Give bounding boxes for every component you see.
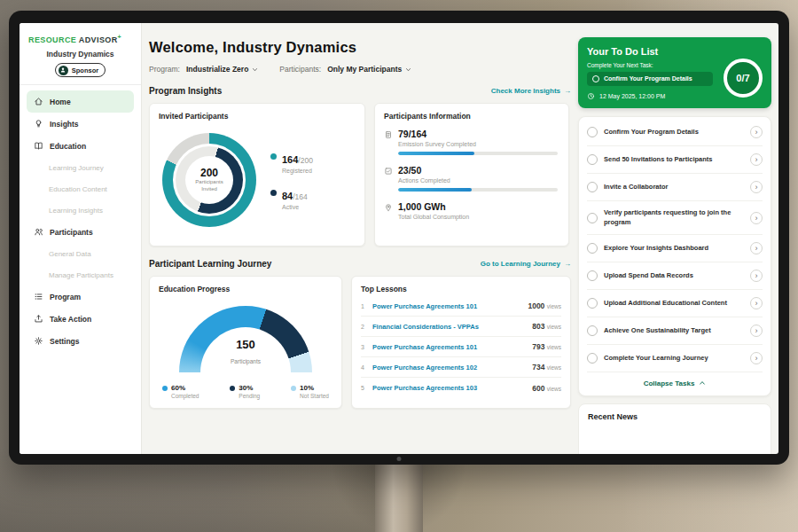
task-checkbox[interactable] xyxy=(587,270,598,281)
task-checkbox[interactable] xyxy=(587,154,598,165)
chevron-right-icon[interactable]: › xyxy=(750,352,763,364)
task-row[interactable]: Upload Additional Educational Content › xyxy=(587,290,763,317)
progress-bar xyxy=(398,188,558,192)
chevron-right-icon[interactable]: › xyxy=(750,242,763,254)
program-dropdown[interactable]: Industrialize Zero xyxy=(186,65,258,74)
recent-news-title: Recent News xyxy=(588,412,762,421)
main-content: Welcome, Industry Dynamics Program: Indu… xyxy=(149,23,571,454)
sidebar-item-learning-journey[interactable]: Learning Journey xyxy=(27,157,134,178)
education-progress-card: Education Progress 150 Participants xyxy=(149,276,342,409)
card-title: Participants Information xyxy=(375,104,568,121)
chevron-right-icon[interactable]: › xyxy=(750,270,763,282)
task-row[interactable]: Upload Spend Data Records › xyxy=(587,262,763,290)
task-row[interactable]: Complete Your Learning Journey › xyxy=(587,345,763,372)
lesson-rank: 4 xyxy=(361,364,366,371)
task-checkbox[interactable] xyxy=(587,353,598,364)
gauge-center-value: 150 xyxy=(179,338,312,351)
sidebar-item-label: Program xyxy=(50,293,81,301)
legend-label: Registered xyxy=(282,168,313,174)
chevron-right-icon[interactable]: › xyxy=(750,126,763,138)
filters-bar: Program: Industrialize Zero Participants… xyxy=(149,65,571,74)
collapse-tasks-label: Collapse Tasks xyxy=(644,379,695,387)
gauge-legend: 60% Completed 30% Pending xyxy=(150,373,341,399)
go-to-learning-journey-label: Go to Learning Journey xyxy=(481,260,560,268)
task-checkbox[interactable] xyxy=(587,182,598,192)
lesson-views: 600 views xyxy=(532,384,561,393)
lesson-link[interactable]: Financial Considerations - VPPAs xyxy=(372,323,526,331)
task-checkbox[interactable] xyxy=(587,298,598,309)
task-checkbox[interactable] xyxy=(587,127,598,137)
sidebar-item-program[interactable]: Program xyxy=(27,286,134,308)
todo-column: Your To Do List Complete Your Next Task:… xyxy=(578,23,771,454)
collapse-tasks-link[interactable]: Collapse Tasks xyxy=(587,372,763,394)
next-task-label: Confirm Your Program Details xyxy=(604,75,692,82)
sidebar-item-label: Education Content xyxy=(49,185,107,193)
arrow-right-icon: → xyxy=(564,260,571,268)
info-value: 79/164 xyxy=(398,129,476,139)
sidebar-item-settings[interactable]: Settings xyxy=(27,330,134,352)
sidebar-item-general-data[interactable]: General Data xyxy=(27,243,134,264)
donut-center: 200 Participants Invited xyxy=(185,156,233,204)
person-icon xyxy=(59,66,68,75)
lesson-link[interactable]: Power Purchase Agreements 102 xyxy=(372,364,526,372)
sidebar-item-manage-participants[interactable]: Manage Participants xyxy=(27,264,134,286)
task-label: Achieve One Sustainability Target xyxy=(604,326,744,335)
task-label: Upload Spend Data Records xyxy=(604,271,744,280)
book-icon xyxy=(34,141,43,151)
task-row[interactable]: Achieve One Sustainability Target › xyxy=(587,317,763,345)
chevron-right-icon[interactable]: › xyxy=(750,181,763,193)
legend-item-active: 84/164 Active xyxy=(270,187,313,210)
sponsor-badge: Sponsor xyxy=(55,63,106,77)
sidebar-item-participants[interactable]: Participants xyxy=(27,221,134,243)
monitor-bezel: RESOURCE ADVISOR+ Industry Dynamics Spon… xyxy=(9,11,789,465)
chevron-right-icon[interactable]: › xyxy=(750,297,763,309)
lesson-link[interactable]: Power Purchase Agreements 101 xyxy=(372,343,526,351)
sidebar-item-label: Settings xyxy=(50,337,80,346)
task-row[interactable]: Send 50 Invitations to Participants › xyxy=(587,146,763,174)
check-more-insights-link[interactable]: Check More Insights → xyxy=(491,87,571,95)
lesson-views: 803 views xyxy=(532,322,561,331)
monitor-stand xyxy=(375,463,423,532)
chevron-right-icon[interactable]: › xyxy=(750,325,763,337)
task-checkbox[interactable] xyxy=(587,213,598,223)
task-checkbox[interactable] xyxy=(587,243,598,254)
task-row[interactable]: Verify participants requesting to join t… xyxy=(587,201,763,234)
lesson-link[interactable]: Power Purchase Agreements 101 xyxy=(372,302,521,310)
task-checkbox[interactable] xyxy=(587,325,598,336)
info-row-consumption: 1,000 GWh Total Global Consumption xyxy=(384,201,558,220)
sidebar-item-learning-insights[interactable]: Learning Insights xyxy=(27,200,134,221)
chevron-right-icon[interactable]: › xyxy=(750,153,763,166)
page-title: Welcome, Industry Dynamics xyxy=(149,39,571,56)
card-title: Invited Participants xyxy=(150,104,364,121)
sidebar-item-insights[interactable]: Insights xyxy=(27,113,134,135)
task-row[interactable]: Invite a Collaborator › xyxy=(587,174,763,201)
sidebar-item-label: Participants xyxy=(50,228,93,237)
sidebar-item-home[interactable]: Home xyxy=(27,90,134,113)
info-row-actions: 23/50 Actions Completed xyxy=(384,165,558,192)
chevron-right-icon[interactable]: › xyxy=(750,212,763,224)
program-dropdown-value: Industrialize Zero xyxy=(186,65,248,74)
go-to-learning-journey-link[interactable]: Go to Learning Journey → xyxy=(481,260,571,268)
legend-item-completed: 60% Completed xyxy=(162,384,199,399)
todo-tasks-card: Confirm Your Program Details › Send 50 I… xyxy=(578,116,771,395)
legend-dot xyxy=(230,386,235,391)
info-value: 1,000 GWh xyxy=(398,201,469,212)
app-logo: RESOURCE ADVISOR+ xyxy=(20,23,141,46)
lesson-link[interactable]: Power Purchase Agreements 103 xyxy=(372,384,526,392)
top-lessons-card: Top Lessons 1 Power Purchase Agreements … xyxy=(351,276,571,409)
sponsor-badge-label: Sponsor xyxy=(72,66,98,74)
sidebar-item-take-action[interactable]: Take Action xyxy=(27,308,134,330)
next-task-button[interactable]: Confirm Your Program Details xyxy=(587,72,713,86)
task-row[interactable]: Confirm Your Program Details › xyxy=(587,119,763,146)
lesson-views: 793 views xyxy=(532,342,561,351)
clock-icon xyxy=(587,92,595,100)
participants-dropdown[interactable]: Only My Participants xyxy=(327,65,411,74)
sidebar-item-label: Learning Insights xyxy=(49,207,103,215)
task-label: Explore Your Insights Dashboard xyxy=(604,244,744,253)
sidebar-item-education[interactable]: Education xyxy=(27,135,134,157)
sidebar-item-education-content[interactable]: Education Content xyxy=(27,178,134,200)
info-label: Emission Survey Completed xyxy=(398,141,476,147)
gauge-center: 150 Participants xyxy=(179,338,312,367)
task-row[interactable]: Explore Your Insights Dashboard › xyxy=(587,235,763,262)
org-name: Industry Dynamics xyxy=(20,50,141,59)
